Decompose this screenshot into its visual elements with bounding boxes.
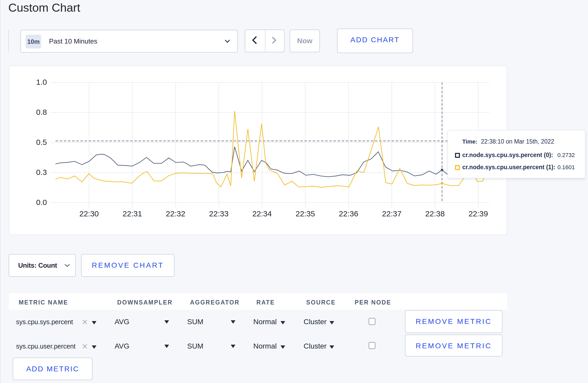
svg-text:1.0: 1.0 <box>36 78 47 86</box>
svg-text:22:34: 22:34 <box>252 209 272 218</box>
svg-text:22:32: 22:32 <box>166 209 185 218</box>
svg-text:0.8: 0.8 <box>36 108 47 116</box>
svg-text:0.3: 0.3 <box>36 168 47 176</box>
svg-text:22:33: 22:33 <box>209 209 228 218</box>
svg-text:22:37: 22:37 <box>382 209 402 218</box>
svg-text:22:36: 22:36 <box>339 209 358 218</box>
svg-text:22:35: 22:35 <box>296 209 315 218</box>
svg-text:0.0: 0.0 <box>36 198 47 207</box>
svg-text:22:30: 22:30 <box>79 209 99 218</box>
svg-text:22:38: 22:38 <box>425 209 445 218</box>
svg-text:22:31: 22:31 <box>123 209 142 218</box>
svg-text:22:39: 22:39 <box>468 209 488 218</box>
svg-text:0.5: 0.5 <box>36 138 47 146</box>
